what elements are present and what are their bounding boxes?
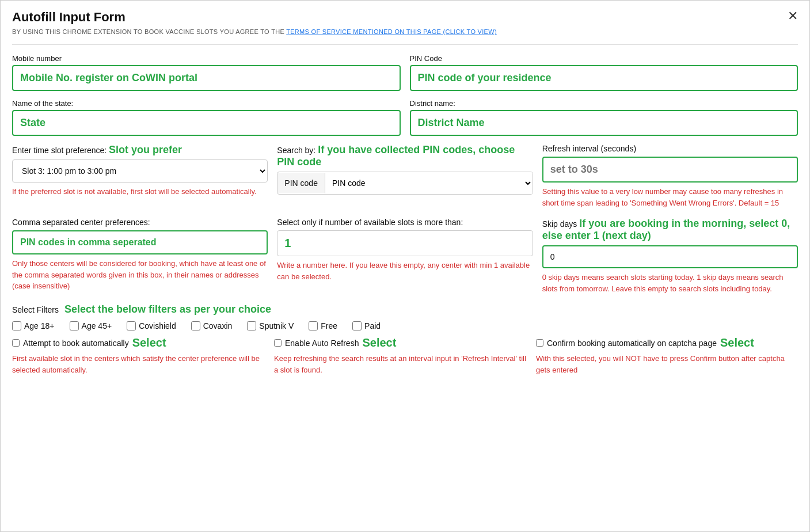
- autobook-checkbox[interactable]: [12, 339, 20, 347]
- skipdays-label: Skip days If you are booking in the morn…: [542, 218, 798, 242]
- center-minslots-skipdays-row: Comma separated center preferences: Only…: [12, 218, 798, 294]
- state-label: Name of the state:: [12, 99, 401, 108]
- autobook-option: Attempt to book automatically Select Fir…: [12, 336, 274, 375]
- terms-prefix: BY USING THIS CHROME EXTENSION TO BOOK V…: [12, 28, 286, 35]
- autobook-note: First available slot in the centers whic…: [12, 353, 265, 375]
- autobook-select-label: Select: [132, 336, 166, 349]
- filter-paid: Paid: [352, 321, 381, 330]
- autorefresh-label: Enable Auto Refresh: [285, 339, 359, 348]
- covishield-label: Covishield: [139, 321, 176, 330]
- timeslot-col: Enter time slot preference: Slot you pre…: [12, 144, 268, 197]
- age45-label: Age 45+: [82, 321, 112, 330]
- search-prefix: PIN code: [277, 173, 325, 193]
- mobile-input[interactable]: [12, 65, 401, 91]
- skipdays-note: 0 skip days means search slots starting …: [542, 272, 798, 294]
- filters-highlight: Select the below filters as per your cho…: [64, 303, 271, 316]
- skipdays-highlight: If you are booking in the morning, selec…: [542, 218, 790, 241]
- sputnikv-checkbox[interactable]: [247, 321, 256, 330]
- free-checkbox[interactable]: [309, 321, 318, 330]
- filter-covaxin: Covaxin: [191, 321, 233, 330]
- bottom-options-row: Attempt to book automatically Select Fir…: [12, 336, 798, 375]
- captchabook-header: Confirm booking automatically on captcha…: [536, 336, 789, 349]
- district-label: District name:: [410, 99, 798, 108]
- searchby-label: Search by: If you have collected PIN cod…: [277, 144, 533, 168]
- autobook-label: Attempt to book automatically: [23, 339, 129, 348]
- autorefresh-note: Keep refreshing the search results at an…: [274, 353, 527, 375]
- skipdays-input[interactable]: [542, 245, 798, 268]
- refresh-input[interactable]: [542, 157, 798, 183]
- close-button[interactable]: ✕: [788, 10, 798, 22]
- covishield-checkbox[interactable]: [127, 321, 136, 330]
- sputnikv-label: Sputnik V: [259, 321, 294, 330]
- refresh-note: Setting this value to a very low number …: [542, 186, 798, 208]
- captchabook-checkbox[interactable]: [536, 339, 543, 347]
- captchabook-select-label: Select: [720, 336, 754, 349]
- terms-bar: BY USING THIS CHROME EXTENSION TO BOOK V…: [12, 28, 798, 35]
- filter-sputnikv: Sputnik V: [247, 321, 294, 330]
- timeslot-note: If the preferred slot is not available, …: [12, 186, 268, 197]
- timeslot-label: Enter time slot preference: Slot you pre…: [12, 144, 268, 156]
- minslots-input[interactable]: [277, 230, 533, 256]
- district-input[interactable]: [410, 110, 798, 136]
- filter-free: Free: [309, 321, 337, 330]
- pin-input[interactable]: [410, 65, 798, 91]
- centerprefs-note: Only those centers will be considered fo…: [12, 258, 268, 292]
- filters-checkboxes-row: Age 18+ Age 45+ Covishield Covaxin Sputn…: [12, 321, 798, 330]
- captchabook-option: Confirm booking automatically on captcha…: [536, 336, 798, 375]
- mobile-label: Mobile number: [12, 54, 401, 63]
- mobile-field-col: Mobile number: [12, 54, 401, 91]
- filters-section: Select Filters Select the below filters …: [12, 303, 798, 330]
- filters-main-label: Select Filters: [12, 305, 59, 314]
- minslots-note: Write a number here. If you leave this e…: [277, 260, 533, 282]
- skipdays-container: [542, 245, 798, 268]
- slot-search-refresh-row: Enter time slot preference: Slot you pre…: [12, 144, 798, 208]
- divider: [12, 44, 798, 45]
- captchabook-label: Confirm booking automatically on captcha…: [547, 339, 717, 348]
- autobook-header: Attempt to book automatically Select: [12, 336, 265, 349]
- pin-field-col: PIN Code: [410, 54, 798, 91]
- searchby-col: Search by: If you have collected PIN cod…: [277, 144, 533, 195]
- minslots-label: Select only if number of available slots…: [277, 218, 533, 227]
- autorefresh-header: Enable Auto Refresh Select: [274, 336, 527, 349]
- searchby-select-wrapper: PIN code PIN code District: [277, 172, 533, 195]
- timeslot-select[interactable]: Slot 3: 1:00 pm to 3:00 pm Slot 1: 9:00 …: [12, 159, 268, 183]
- minslots-col: Select only if number of available slots…: [277, 218, 533, 282]
- centerprefs-input[interactable]: [12, 230, 268, 254]
- autorefresh-select-label: Select: [362, 336, 396, 349]
- autorefresh-checkbox[interactable]: [274, 339, 282, 347]
- paid-label: Paid: [364, 321, 381, 330]
- centerprefs-label: Comma separated center preferences:: [12, 218, 268, 227]
- searchby-select[interactable]: PIN code District: [325, 172, 533, 194]
- timeslot-highlight: Slot you prefer: [109, 144, 182, 155]
- age18-label: Age 18+: [24, 321, 55, 330]
- filter-age18: Age 18+: [12, 321, 55, 330]
- centerprefs-col: Comma separated center preferences: Only…: [12, 218, 268, 292]
- filter-age45: Age 45+: [70, 321, 112, 330]
- refresh-label: Refresh interval (seconds): [542, 144, 798, 153]
- covaxin-checkbox[interactable]: [191, 321, 200, 330]
- filters-header-row: Select Filters Select the below filters …: [12, 303, 798, 316]
- autorefresh-option: Enable Auto Refresh Select Keep refreshi…: [274, 336, 536, 375]
- autofill-dialog: Autofill Input Form ✕ BY USING THIS CHRO…: [0, 0, 810, 532]
- covaxin-label: Covaxin: [203, 321, 233, 330]
- refresh-col: Refresh interval (seconds) Setting this …: [542, 144, 798, 208]
- mobile-pin-row: Mobile number PIN Code: [12, 54, 798, 91]
- district-field-col: District name:: [410, 99, 798, 136]
- paid-checkbox[interactable]: [352, 321, 362, 330]
- free-label: Free: [321, 321, 337, 330]
- skipdays-col: Skip days If you are booking in the morn…: [542, 218, 798, 294]
- state-district-row: Name of the state: District name:: [12, 99, 798, 136]
- state-field-col: Name of the state:: [12, 99, 401, 136]
- pin-label: PIN Code: [410, 54, 798, 63]
- state-input[interactable]: [12, 110, 401, 136]
- captchabook-note: With this selected, you will NOT have to…: [536, 353, 789, 375]
- filter-covishield: Covishield: [127, 321, 176, 330]
- terms-link[interactable]: TERMS OF SERVICE MENTIONED ON THIS PAGE …: [286, 28, 497, 35]
- age18-checkbox[interactable]: [12, 321, 21, 330]
- age45-checkbox[interactable]: [70, 321, 79, 330]
- dialog-header: Autofill Input Form ✕: [12, 10, 798, 25]
- dialog-title: Autofill Input Form: [12, 10, 126, 25]
